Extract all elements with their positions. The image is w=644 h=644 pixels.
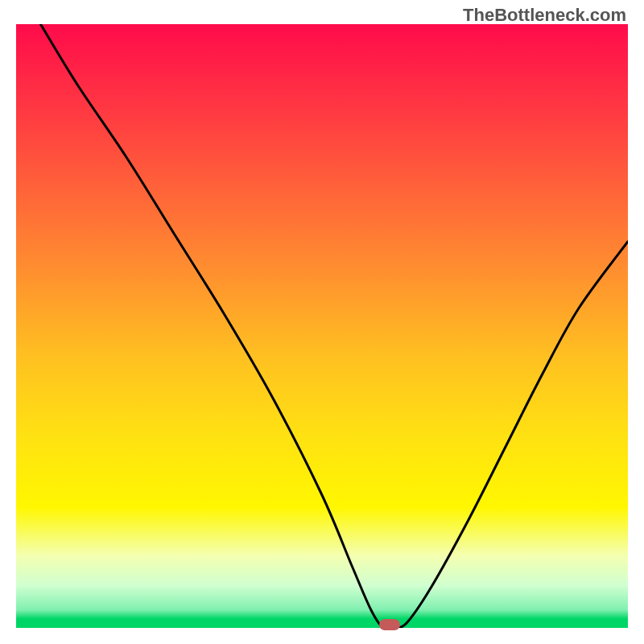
chart-container: TheBottleneck.com bbox=[0, 0, 644, 644]
watermark-label: TheBottleneck.com bbox=[463, 5, 626, 26]
svg-rect-0 bbox=[16, 24, 628, 628]
green-baseline-strip bbox=[16, 620, 628, 628]
optimal-point-marker bbox=[379, 619, 400, 630]
plot-area bbox=[16, 24, 628, 628]
chart-background-gradient bbox=[16, 24, 628, 628]
